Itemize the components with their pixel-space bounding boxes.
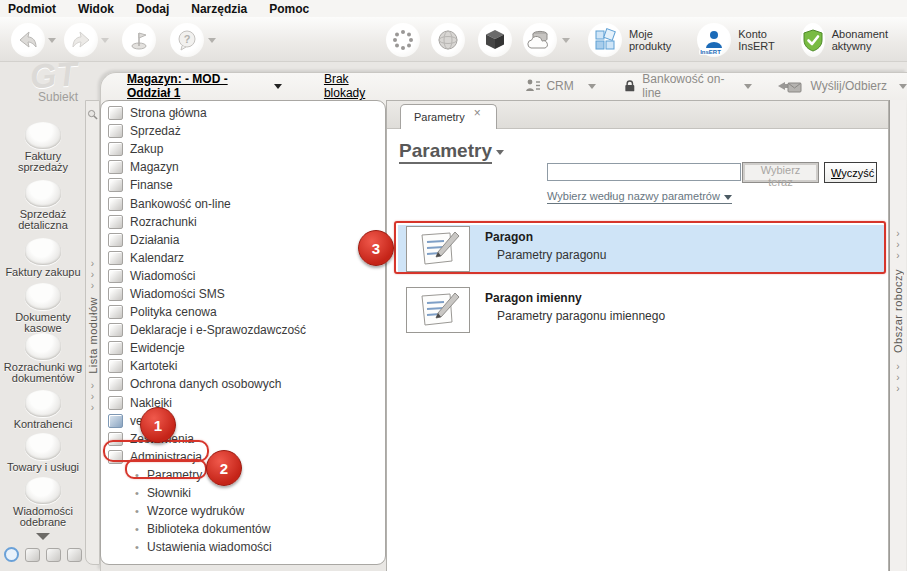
close-icon[interactable]: × <box>474 106 481 120</box>
subscription-status-button[interactable]: Abonament aktywny <box>801 23 898 57</box>
menu-narzedzia[interactable]: Narzędzia <box>191 2 247 16</box>
select-now-button[interactable]: Wybierz teraz <box>742 162 819 183</box>
insert-badge: InsERT <box>699 49 722 55</box>
cloud-archive-button[interactable] <box>523 23 557 57</box>
sidebar-item-faktury-sprzedazy[interactable]: Faktury sprzedaży <box>0 122 86 173</box>
purchase-icon <box>108 142 123 156</box>
mini-selected-icon[interactable] <box>4 547 19 562</box>
filter-by-name-link[interactable]: Wybierz według nazwy parametrów <box>547 190 732 204</box>
online-services-button[interactable] <box>431 23 465 57</box>
database-cloud-icon <box>527 28 553 52</box>
module-item-deklaracje[interactable]: Deklaracje i e-Sprawozdawczość <box>101 321 385 339</box>
module-item-rozrachunki[interactable]: Rozrachunki <box>101 213 385 231</box>
module-item-magazyn[interactable]: Magazyn <box>101 158 385 176</box>
module-list-strip[interactable]: › › › Lista modułów › › › <box>85 100 100 565</box>
warehouse-selector-link[interactable]: Magazyn: - MOD - Oddział 1 <box>127 72 271 100</box>
clear-button[interactable]: Wyczyść <box>824 162 877 183</box>
my-products-button[interactable]: Mojeprodukty <box>588 23 671 57</box>
banking-caret-icon <box>744 84 752 89</box>
spinner-icon <box>392 29 414 51</box>
flag-icon <box>128 29 150 51</box>
sidebar-item-towary[interactable]: Towary i usługi <box>0 433 86 473</box>
sidebar-item-faktury-zakupu[interactable]: Faktury zakupu <box>0 238 86 278</box>
send-receive-label: Wyślij/Odbierz <box>810 79 887 93</box>
crm-label: CRM <box>546 79 573 93</box>
module-item-sprzedaz[interactable]: Sprzedaż <box>101 122 385 140</box>
back-arrow-icon <box>17 29 39 51</box>
cloud-caret-icon[interactable] <box>562 38 570 43</box>
help-button[interactable]: ? <box>170 23 204 57</box>
labels-icon <box>108 396 123 410</box>
sidebar-more-arrow-icon[interactable] <box>36 533 50 540</box>
personal-data-shield-icon <box>108 377 123 391</box>
actions-icon <box>108 233 123 247</box>
mini-basket-icon[interactable] <box>46 548 61 562</box>
menu-dodaj[interactable]: Dodaj <box>136 2 169 16</box>
forward-button[interactable] <box>64 23 98 57</box>
sidebar-item-kontrahenci[interactable]: Kontrahenci <box>0 390 86 430</box>
module-subitem-ustawienia[interactable]: •Ustawienia wiadomości <box>101 538 385 556</box>
sidebar-mini-toolbar <box>4 547 82 562</box>
crm-button[interactable]: CRM <box>525 79 595 93</box>
module-item-kalendarz[interactable]: Kalendarz <box>101 249 385 267</box>
package-button[interactable] <box>478 23 512 57</box>
mini-purchase-icon[interactable] <box>67 548 82 562</box>
lock-icon <box>624 79 636 93</box>
module-item-polityka-cenowa[interactable]: Polityka cenowa <box>101 303 385 321</box>
warehouse-caret-icon[interactable] <box>274 84 282 89</box>
annotation-box-parametry <box>125 459 207 479</box>
menu-pomoc[interactable]: Pomoc <box>269 2 309 16</box>
parameter-item-paragon-imienny[interactable]: Paragon imienny Parametry paragonu imien… <box>398 286 884 333</box>
module-item-ewidencje[interactable]: Ewidencje <box>101 339 385 357</box>
module-item-kartoteki[interactable]: Kartoteki <box>101 357 385 375</box>
tab-parametry[interactable]: Parametry × <box>400 104 497 129</box>
flag-button[interactable] <box>122 23 156 57</box>
page-title[interactable]: Parametry <box>399 140 504 162</box>
subscription-label: Abonament aktywny <box>832 28 898 52</box>
back-caret-icon[interactable] <box>48 38 56 43</box>
sales-invoices-icon <box>25 122 61 149</box>
module-item-bankowosc[interactable]: Bankowość on-line <box>101 194 385 212</box>
sidebar-item-rozrachunki[interactable]: Rozrachunki wg dokumentów <box>0 333 86 384</box>
title-caret-icon <box>496 150 504 155</box>
sidebar-item-dokumenty-kasowe[interactable]: Dokumenty kasowe <box>0 283 86 334</box>
send-receive-button[interactable]: Wyślij/Odbierz <box>776 78 907 94</box>
menu-widok[interactable]: Widok <box>78 2 114 16</box>
annotation-step-3: 3 <box>358 230 394 266</box>
help-caret-icon[interactable] <box>208 38 216 43</box>
module-item-strona-glowna[interactable]: Strona główna <box>101 104 385 122</box>
module-subitem-biblioteka[interactable]: •Biblioteka dokumentów <box>101 520 385 538</box>
module-subitem-wzorce[interactable]: •Wzorce wydruków <box>101 502 385 520</box>
vendero-gear-icon <box>108 414 123 428</box>
inbox-messages-icon <box>25 477 61 504</box>
parameter-search-input[interactable] <box>547 163 741 181</box>
purchase-invoices-icon <box>25 238 61 265</box>
module-item-finanse[interactable]: Finanse <box>101 176 385 194</box>
svg-text:?: ? <box>184 33 191 45</box>
module-subitem-slowniki[interactable]: •Słowniki <box>101 484 385 502</box>
banking-button[interactable]: Bankowość on-line <box>624 72 753 100</box>
banking-label: Bankowość on-line <box>642 72 732 100</box>
module-item-wiadomosci-sms[interactable]: Wiadomości SMS <box>101 285 385 303</box>
module-item-ochrona-danych[interactable]: Ochrona danych osobowych <box>101 375 385 393</box>
insert-account-button[interactable]: InsERT KontoInsERT <box>697 23 774 57</box>
workspace-strip-label: Obszar roboczy <box>892 269 904 353</box>
module-item-naklejki[interactable]: Naklejki <box>101 394 385 412</box>
workspace-strip[interactable]: › › › Obszar roboczy › › › <box>889 100 906 571</box>
menu-podmiot[interactable]: Podmiot <box>8 2 56 16</box>
account-toolbar: Mojeprodukty InsERT KontoInsERT Abonamen… <box>588 23 907 57</box>
pin-icon[interactable] <box>87 109 98 120</box>
back-button[interactable] <box>11 23 45 57</box>
mini-sales-icon[interactable] <box>25 548 40 562</box>
lock-status-link[interactable]: Brak blokady <box>324 72 387 100</box>
sidebar-item-wiadomosci-odebrane[interactable]: Wiadomości odebrane <box>0 477 86 528</box>
sidebar-item-sprzedaz-detaliczna[interactable]: Sprzedaż detaliczna <box>0 180 86 231</box>
forward-caret-icon[interactable] <box>101 38 109 43</box>
sync-button[interactable] <box>386 23 420 57</box>
application-window: Podmiot Widok Dodaj Narzędzia Pomoc ? <box>0 0 907 571</box>
retail-basket-icon <box>25 180 61 207</box>
module-item-wiadomosci[interactable]: Wiadomości <box>101 267 385 285</box>
settlements-check-icon <box>25 333 61 360</box>
module-item-dzialania[interactable]: Działania <box>101 231 385 249</box>
module-item-zakup[interactable]: Zakup <box>101 140 385 158</box>
